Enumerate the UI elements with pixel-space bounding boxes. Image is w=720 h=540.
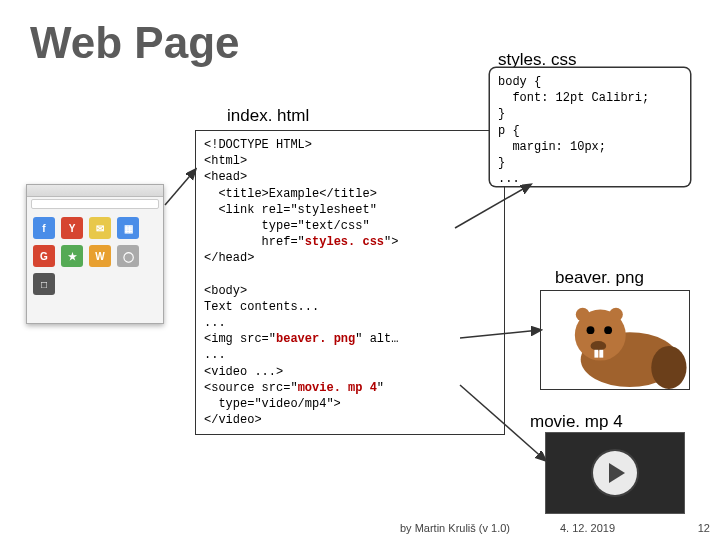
svg-point-1 <box>651 346 686 389</box>
svg-line-10 <box>165 170 195 205</box>
footer-date: 4. 12. 2019 <box>560 522 615 534</box>
svg-point-9 <box>609 308 623 322</box>
svg-rect-6 <box>594 350 598 358</box>
footer-page-number: 12 <box>698 522 710 534</box>
svg-point-3 <box>587 326 595 334</box>
svg-point-5 <box>591 341 607 351</box>
label-styles: styles. css <box>498 50 576 70</box>
label-beaver: beaver. png <box>555 268 644 288</box>
play-icon <box>593 451 637 495</box>
svg-point-8 <box>576 308 590 322</box>
page-title: Web Page <box>30 18 239 68</box>
label-movie: movie. mp 4 <box>530 412 623 432</box>
video-thumbnail <box>545 432 685 514</box>
code-index-html: <!DOCTYPE HTML> <html> <head> <title>Exa… <box>195 130 505 435</box>
code-styles-css: body { font: 12pt Calibri; } p { margin:… <box>490 68 690 186</box>
svg-point-4 <box>604 326 612 334</box>
label-index: index. html <box>227 106 309 126</box>
browser-screenshot: f Y ✉ ▦ G ★ W ◯ □ <box>26 184 164 324</box>
svg-rect-7 <box>599 350 603 358</box>
beaver-image <box>540 290 690 390</box>
footer-author: by Martin Kruliš (v 1.0) <box>400 522 510 534</box>
